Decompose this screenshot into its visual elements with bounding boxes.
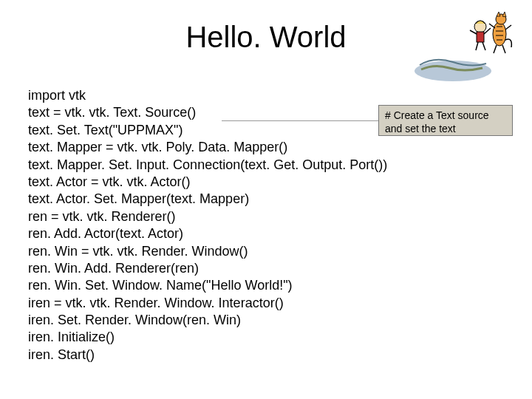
code-line: ren. Add. Actor(text. Actor) xyxy=(28,225,387,242)
code-line: text = vtk. vtk. Text. Source() xyxy=(28,104,387,121)
svg-point-8 xyxy=(493,22,506,46)
code-line: iren. Start() xyxy=(28,347,387,364)
callout-text-line: and set the text xyxy=(385,122,506,135)
svg-point-1 xyxy=(415,61,491,81)
code-line: text. Mapper. Set. Input. Connection(tex… xyxy=(28,157,387,174)
code-line: iren = vtk. vtk. Render. Window. Interac… xyxy=(28,295,387,312)
code-line: text. Set. Text("UPPMAX") xyxy=(28,122,387,139)
code-line: text. Actor = vtk. vtk. Actor() xyxy=(28,174,387,191)
code-line: ren. Win = vtk. vtk. Render. Window() xyxy=(28,243,387,260)
code-line: ren = vtk. vtk. Renderer() xyxy=(28,208,387,225)
callout-annotation: # Create a Text source and set the text xyxy=(378,105,513,136)
calvin-hobbes-illustration xyxy=(412,4,516,84)
code-line: ren. Win. Add. Renderer(ren) xyxy=(28,260,387,277)
code-line: iren. Initialize() xyxy=(28,329,387,346)
code-block: import vtk text = vtk. vtk. Text. Source… xyxy=(28,87,387,364)
svg-rect-3 xyxy=(477,32,484,42)
code-line: import vtk xyxy=(28,87,387,104)
code-line: text. Mapper = vtk. vtk. Poly. Data. Map… xyxy=(28,139,387,156)
code-line: iren. Set. Render. Window(ren. Win) xyxy=(28,312,387,329)
callout-text-line: # Create a Text source xyxy=(385,109,506,122)
code-line: text. Actor. Set. Mapper(text. Mapper) xyxy=(28,191,387,208)
callout-connector xyxy=(222,120,378,121)
code-line: ren. Win. Set. Window. Name("Hello World… xyxy=(28,277,387,294)
